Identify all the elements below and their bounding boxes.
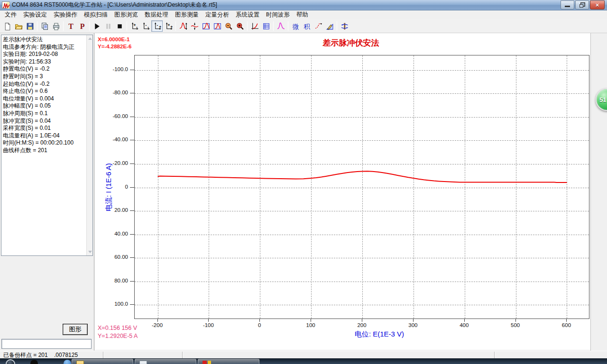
pause-icon[interactable]	[102, 20, 114, 32]
run-experiment-icon[interactable]	[91, 20, 102, 32]
edit-curve-icon[interactable]	[324, 20, 335, 32]
menu-item-9[interactable]: 系统设置	[232, 10, 263, 20]
menu-item-7[interactable]: 图形测量	[172, 10, 202, 20]
y-tick-label: 80.00	[103, 278, 128, 283]
folder-icon	[76, 361, 84, 364]
x-tick-mark	[515, 319, 516, 322]
axis-quadrant-2-icon[interactable]: --	[140, 20, 151, 32]
note-input[interactable]	[1, 339, 92, 349]
cursor-bottom-x: X=0.156 156 V	[98, 324, 138, 332]
y-tick-mark	[130, 140, 134, 140]
cursor-top-x: X=6.0000E-1	[98, 36, 131, 43]
axis-quadrant-3-icon[interactable]: -+	[151, 20, 163, 32]
y-tick-mark	[130, 187, 134, 188]
zoom-out-icon[interactable]	[223, 20, 234, 32]
taskbar-app-3[interactable]	[198, 359, 259, 364]
menu-item-4[interactable]: 模拟扫描	[81, 10, 111, 20]
open-file-icon[interactable]	[13, 20, 24, 32]
x-tick-label: 300	[400, 322, 426, 328]
status-bar: 已备份样点 = 201 .0078125	[0, 351, 607, 358]
fit-window-narrow-icon[interactable]	[212, 20, 223, 32]
toolbar-separator	[63, 21, 64, 31]
taskbar-icon-2[interactable]	[64, 360, 71, 364]
new-file-icon[interactable]	[1, 20, 13, 32]
app-red-icon	[202, 361, 207, 364]
minimize-button[interactable]	[561, 0, 574, 9]
parameter-line-8: 终止电位(V) = 0.6	[3, 88, 86, 95]
print-icon[interactable]	[50, 20, 62, 32]
axis-quadrant-4-icon[interactable]: ++	[163, 20, 174, 32]
fit-window-icon[interactable]	[200, 20, 212, 32]
menu-item-8[interactable]: 定量分析	[202, 10, 232, 20]
svg-text:+: +	[133, 22, 136, 27]
baseline-icon[interactable]	[249, 20, 260, 32]
x-tick-label: -100	[195, 322, 221, 328]
taskbar-icon-1[interactable]	[30, 360, 38, 364]
differentiate-icon[interactable]: 微	[290, 20, 301, 32]
x-tick-label: 100	[297, 322, 324, 328]
y-tick-mark	[130, 117, 134, 117]
scroll-up-button[interactable]	[87, 35, 93, 42]
app-window: COM4 8634 RST5000电化学工作站 - [C:\Users\Admi…	[0, 0, 607, 364]
toolbar: TP+----+++微积	[0, 19, 607, 33]
x-tick-label: 500	[502, 322, 529, 328]
menu-item-3[interactable]: 实验操作	[50, 10, 81, 20]
save-file-icon[interactable]	[24, 20, 36, 32]
cursor-bottom-y: Y=1.2920E-5 A	[98, 332, 138, 340]
toolbar-separator	[37, 21, 37, 31]
status-panel-4	[496, 352, 607, 358]
window-icon	[139, 361, 147, 364]
dpv-curve	[135, 55, 590, 319]
parameter-line-9: 电位增量(V) = 0.004	[3, 95, 86, 103]
parameter-font-icon[interactable]: P	[76, 20, 88, 32]
y-tick-mark	[130, 281, 134, 282]
app-logo-icon	[2, 1, 9, 9]
parameter-line-1: 差示脉冲伏安法	[3, 36, 86, 44]
taskbar-app-2[interactable]	[135, 359, 196, 364]
graph-button[interactable]: 图形	[63, 324, 88, 335]
taskbar-app-1[interactable]	[72, 359, 133, 364]
y-tick-label: -100.0	[103, 66, 128, 72]
zoom-in-icon[interactable]	[234, 20, 246, 32]
x-tick-mark	[464, 319, 465, 322]
autoscale-y-icon[interactable]	[177, 20, 189, 32]
toolbar-separator	[273, 21, 274, 31]
center-signal-icon[interactable]	[189, 20, 200, 32]
rotate-view-icon[interactable]	[339, 20, 350, 32]
parameter-line-16: 曲线样点数 = 201	[3, 147, 86, 155]
menu-item-10[interactable]: 时间波形	[263, 10, 293, 20]
copy-icon[interactable]	[39, 20, 50, 32]
x-tick-label: -200	[144, 322, 171, 328]
status-panel-2	[104, 352, 183, 358]
scroll-down-button[interactable]	[87, 248, 93, 255]
y-tick-label: 100.0	[103, 301, 128, 307]
peak-analysis-icon[interactable]	[275, 20, 286, 32]
data-table-icon[interactable]	[260, 20, 272, 32]
title-bar: COM4 8634 RST5000电化学工作站 - [C:\Users\Admi…	[0, 0, 607, 10]
x-tick-label: 200	[349, 322, 375, 328]
minimize-icon	[565, 6, 570, 7]
menu-item-6[interactable]: 数据处理	[141, 10, 172, 20]
x-tick-label: 600	[553, 322, 579, 328]
menu-item-1[interactable]: 文件	[1, 10, 20, 20]
parameters-panel: 差示脉冲伏安法电流参考方向: 阴极电流为正实验日期: 2019-02-08实验时…	[0, 33, 94, 351]
parameters-scrollbar[interactable]	[86, 35, 92, 255]
stop-icon[interactable]	[114, 20, 125, 32]
chart-panel: X=6.0000E-1 Y=-4.2882E-6 差示脉冲伏安法 电流: I (…	[95, 33, 590, 350]
close-button[interactable]: ×	[590, 0, 605, 9]
start-button[interactable]	[6, 359, 15, 364]
plot-area[interactable]	[134, 55, 589, 319]
axis-quadrant-1-icon[interactable]: +-	[129, 20, 140, 32]
svg-text:-: -	[147, 24, 149, 29]
restore-button[interactable]	[575, 0, 589, 9]
menu-item-2[interactable]: 实验设定	[20, 10, 50, 20]
svg-text:-: -	[136, 24, 138, 29]
y-tick-label: 0	[103, 184, 128, 190]
smooth-curve-icon[interactable]	[313, 20, 324, 32]
integrate-icon[interactable]: 积	[301, 20, 313, 32]
title-font-icon[interactable]: T	[65, 20, 76, 32]
svg-text:T: T	[68, 22, 74, 30]
menu-item-11[interactable]: 帮助	[293, 10, 312, 20]
menu-item-5[interactable]: 图形浏览	[111, 10, 141, 20]
parameters-listbox[interactable]: 差示脉冲伏安法电流参考方向: 阴极电流为正实验日期: 2019-02-08实验时…	[1, 35, 93, 256]
